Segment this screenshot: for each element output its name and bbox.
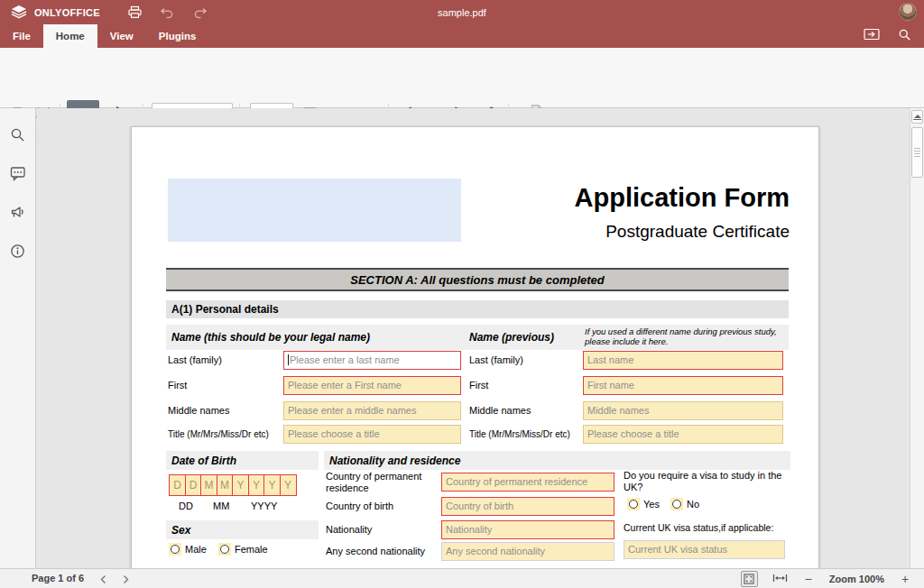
radio-female[interactable]: Female	[218, 543, 268, 556]
radio-male-label: Male	[185, 544, 207, 555]
nationality-header: Nationality and residence	[324, 451, 790, 470]
field-last-name-left[interactable]: Please enter a last name	[283, 351, 461, 370]
dob-caption-yyyy: YYYY	[251, 501, 277, 511]
status-bar: Page 1 of 6 − Zoom 100% +	[0, 568, 924, 588]
label-first-right: First	[469, 380, 488, 390]
radio-visa-no-icon[interactable]	[670, 498, 683, 510]
form-title: Application Form	[575, 183, 790, 213]
left-panel	[0, 108, 36, 568]
feedback-megaphone-icon[interactable]	[8, 202, 28, 222]
page-count-label: Page 1 of 6	[32, 573, 84, 583]
dob-boxes[interactable]: D D M M Y Y Y Y	[169, 474, 297, 496]
menu-bar: File Home View Plugins	[0, 24, 924, 48]
name-previous-header: Name (previous)	[469, 331, 554, 344]
onlyoffice-logo-icon	[9, 4, 29, 22]
onlyoffice-pdf-editor: ONLYOFFICE sample.pdf File Home View Plu…	[0, 0, 924, 588]
subsection-a1: A(1) Personal details	[166, 300, 789, 318]
status-fit-to-page-button[interactable]	[741, 571, 758, 587]
radio-female-label: Female	[235, 544, 268, 555]
label-middle-names-right: Middle names	[469, 405, 531, 416]
field-country-birth[interactable]: Country of birth	[441, 497, 614, 516]
radio-female-icon[interactable]	[218, 543, 231, 556]
about-info-icon[interactable]	[8, 241, 28, 261]
label-country-birth: Country of birth	[326, 501, 438, 512]
field-middle-names-right[interactable]: Middle names	[583, 401, 783, 420]
radio-visa-no-label: No	[687, 499, 699, 510]
label-first-left: First	[168, 380, 187, 390]
dob-box-y3[interactable]: Y	[263, 474, 281, 496]
radio-visa-yes-icon[interactable]	[627, 498, 640, 510]
dob-box-d2[interactable]: D	[185, 474, 202, 496]
visa-question: Do you require a visa to study in the UK…	[624, 470, 791, 493]
zoom-out-button[interactable]: −	[802, 572, 815, 586]
field-middle-names-left[interactable]: Please enter a middle names	[283, 401, 461, 420]
label-last-family-right: Last (family)	[469, 354, 523, 365]
undo-button[interactable]	[158, 4, 178, 22]
label-second-nationality: Any second nationality	[326, 546, 441, 557]
field-first-name-right[interactable]: First name	[583, 376, 783, 395]
search-icon[interactable]	[898, 28, 911, 45]
field-first-name-left[interactable]: Please enter a First name	[283, 376, 461, 395]
toolbar: Hand Select 1 / 6 100% Zoom Fit To Page	[0, 48, 924, 108]
visa-status-label: Current UK visa status,if applicable:	[624, 522, 795, 534]
dob-box-m2[interactable]: M	[217, 474, 234, 496]
print-button[interactable]	[125, 4, 145, 22]
field-country-permanent[interactable]: Country of permanent residence	[441, 473, 614, 492]
status-previous-page-button[interactable]	[96, 572, 110, 586]
scrollbar-thumb[interactable]	[911, 127, 923, 178]
dob-box-y1[interactable]: Y	[232, 474, 249, 496]
field-visa-status[interactable]: Current UK visa status	[624, 540, 785, 559]
form-subtitle: Postgraduate Certificate	[605, 222, 790, 242]
section-a-banner: SECTION A: All questions must be complet…	[166, 268, 789, 291]
field-title-right[interactable]: Please choose a title	[583, 425, 783, 444]
user-avatar[interactable]	[899, 3, 917, 21]
field-last-name-right[interactable]: Last name	[583, 351, 783, 370]
label-last-family-left: Last (family)	[168, 354, 222, 365]
radio-visa-yes-label: Yes	[643, 499, 660, 510]
dob-caption-mm: MM	[213, 501, 229, 511]
status-fit-to-width-button[interactable]	[772, 573, 788, 585]
tab-view[interactable]: View	[97, 24, 146, 48]
dob-box-y4[interactable]: Y	[280, 474, 297, 496]
radio-visa-no[interactable]: No	[670, 498, 699, 510]
dob-box-y2[interactable]: Y	[248, 474, 265, 496]
name-header-row: Name (this should be your legal name) Na…	[166, 325, 789, 350]
field-nationality[interactable]: Nationality	[441, 520, 614, 539]
dob-header: Date of Birth	[166, 451, 319, 470]
radio-male[interactable]: Male	[169, 543, 207, 556]
status-zoom-label: Zoom 100%	[829, 574, 884, 584]
redo-button[interactable]	[190, 4, 210, 22]
dob-box-d1[interactable]: D	[169, 474, 186, 496]
pdf-page: Application Form Postgraduate Certificat…	[131, 126, 819, 568]
field-title-left[interactable]: Please choose a title	[283, 425, 461, 444]
radio-male-icon[interactable]	[169, 543, 181, 556]
dob-caption-dd: DD	[179, 501, 193, 511]
field-second-nationality[interactable]: Any second nationality	[441, 542, 614, 561]
search-panel-icon[interactable]	[8, 124, 28, 144]
name-legal-header: Name (this should be your legal name)	[171, 331, 370, 344]
zoom-in-button[interactable]: +	[899, 572, 911, 586]
vertical-scrollbar[interactable]	[910, 108, 924, 568]
status-next-page-button[interactable]	[118, 572, 133, 586]
document-viewer[interactable]: Application Form Postgraduate Certificat…	[37, 108, 910, 568]
tab-plugins[interactable]: Plugins	[146, 24, 209, 48]
label-middle-names-left: Middle names	[168, 405, 229, 416]
logo-placeholder-rect	[168, 179, 461, 242]
open-file-location-icon[interactable]	[864, 28, 880, 44]
name-previous-note: If you used a different name during prev…	[585, 326, 794, 346]
radio-visa-yes[interactable]: Yes	[627, 498, 660, 510]
label-title-left: Title (Mr/Mrs/Miss/Dr etc)	[168, 429, 269, 439]
label-country-permanent: Country of permanent residence	[326, 471, 438, 494]
tab-home[interactable]: Home	[43, 24, 97, 48]
title-bar: ONLYOFFICE sample.pdf	[0, 0, 924, 24]
comments-panel-icon[interactable]	[8, 163, 28, 183]
label-nationality: Nationality	[326, 524, 438, 536]
brand-name: ONLYOFFICE	[34, 7, 100, 18]
scroll-up-button[interactable]	[911, 110, 923, 124]
label-title-right: Title (Mr/Mrs/Miss/Dr etc)	[469, 429, 570, 439]
tab-file[interactable]: File	[0, 24, 43, 48]
dob-box-m1[interactable]: M	[200, 474, 217, 496]
sex-header: Sex	[166, 520, 319, 539]
